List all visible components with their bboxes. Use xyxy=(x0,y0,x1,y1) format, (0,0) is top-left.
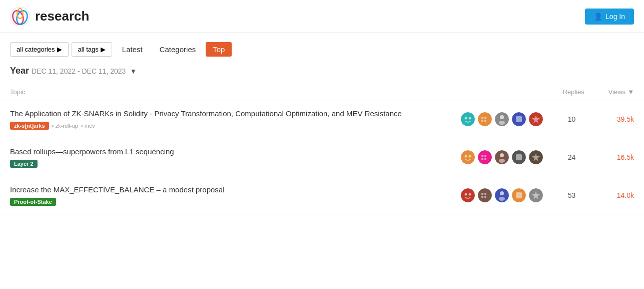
all-tags-label: all tags xyxy=(78,46,99,53)
svg-point-37 xyxy=(478,188,492,202)
avatar xyxy=(528,149,544,165)
topic-col-header: Topic xyxy=(0,84,447,100)
avatars-cell xyxy=(447,138,549,176)
svg-rect-26 xyxy=(484,158,486,160)
svg-point-20 xyxy=(465,155,467,157)
svg-point-28 xyxy=(500,153,504,157)
svg-rect-9 xyxy=(484,117,486,119)
svg-rect-41 xyxy=(484,196,486,198)
avatars-cell xyxy=(447,100,549,138)
svg-rect-46 xyxy=(516,192,522,198)
svg-point-19 xyxy=(461,150,475,164)
replies-col-header: Replies xyxy=(549,84,594,100)
table-row: Based rollups—superpowers from L1 sequen… xyxy=(0,138,644,176)
svg-rect-8 xyxy=(481,117,483,119)
topics-table: Topic Replies Views ▼ The Application of… xyxy=(0,84,644,214)
tag-badge[interactable]: Layer 2 xyxy=(10,160,38,168)
all-categories-dropdown[interactable]: all categories ▶ xyxy=(10,42,69,57)
svg-rect-11 xyxy=(484,120,486,122)
svg-rect-39 xyxy=(484,193,486,195)
avatar xyxy=(460,149,476,165)
avatar xyxy=(511,149,527,165)
svg-rect-31 xyxy=(516,154,522,160)
views-col-header[interactable]: Views ▼ xyxy=(594,84,644,100)
dropdown-arrow-icon: ▶ xyxy=(57,46,62,53)
categories-nav-link[interactable]: Categories xyxy=(153,42,203,57)
views-cell: 16.5k xyxy=(594,138,644,176)
replies-cell: 10 xyxy=(549,100,594,138)
topics-list: The Application of ZK-SNARKs in Solidity… xyxy=(0,100,644,214)
avatars-row xyxy=(452,187,544,203)
svg-rect-40 xyxy=(481,196,483,198)
avatar xyxy=(511,111,527,127)
period-label: Year DEC 11, 2022 - DEC 11, 2023 xyxy=(10,66,126,76)
svg-point-34 xyxy=(461,188,475,202)
topic-cell: The Application of ZK-SNARKs in Solidity… xyxy=(0,100,447,138)
avatar xyxy=(477,149,493,165)
avatars-cell xyxy=(447,176,549,214)
tag-plain[interactable]: zk-roll-up xyxy=(52,123,78,129)
avatar xyxy=(477,111,493,127)
avatar xyxy=(511,187,527,203)
logo-area: research xyxy=(10,7,89,27)
svg-point-44 xyxy=(499,197,505,201)
avatar xyxy=(477,187,493,203)
avatars-row xyxy=(452,149,544,165)
avatar xyxy=(528,111,544,127)
svg-point-5 xyxy=(465,117,467,119)
svg-point-4 xyxy=(461,112,475,126)
views-cell: 39.5k xyxy=(594,100,644,138)
svg-rect-24 xyxy=(484,155,486,157)
login-button[interactable]: 👤 Log In xyxy=(585,9,634,25)
svg-point-36 xyxy=(469,193,471,195)
year-row: Year DEC 11, 2022 - DEC 11, 2023 ▼ xyxy=(0,62,644,84)
latest-nav-link[interactable]: Latest xyxy=(115,42,150,57)
tag-badge[interactable]: zk-s[nt]arks xyxy=(10,122,49,130)
all-categories-label: all categories xyxy=(17,46,55,53)
tag-badge[interactable]: Proof-of-Stake xyxy=(10,198,56,206)
svg-rect-38 xyxy=(481,193,483,195)
svg-point-22 xyxy=(478,150,492,164)
topic-cell: Based rollups—superpowers from L1 sequen… xyxy=(0,138,447,176)
tag-plain[interactable]: mev xyxy=(81,123,95,129)
avatar xyxy=(494,149,510,165)
table-header: Topic Replies Views ▼ xyxy=(0,84,644,100)
tags-row: Layer 2 xyxy=(10,160,437,168)
svg-point-14 xyxy=(499,121,505,125)
svg-point-7 xyxy=(478,112,492,126)
svg-rect-10 xyxy=(481,120,483,122)
period-range: DEC 11, 2022 - DEC 11, 2023 xyxy=(32,67,126,75)
table-row: Increase the MAX_EFFECTIVE_BALANCE – a m… xyxy=(0,176,644,214)
svg-rect-25 xyxy=(481,158,483,160)
all-tags-dropdown[interactable]: all tags ▶ xyxy=(72,42,112,57)
svg-point-43 xyxy=(500,191,504,195)
replies-cell: 24 xyxy=(549,138,594,176)
replies-cell: 53 xyxy=(549,176,594,214)
nav-bar: all categories ▶ all tags ▶ Latest Categ… xyxy=(0,33,644,62)
svg-point-6 xyxy=(469,117,471,119)
topic-cell: Increase the MAX_EFFECTIVE_BALANCE – a m… xyxy=(0,176,447,214)
avatar xyxy=(460,111,476,127)
site-logo-icon[interactable] xyxy=(10,7,30,27)
avatar xyxy=(494,187,510,203)
period-dropdown-icon[interactable]: ▼ xyxy=(130,67,137,75)
top-nav-link[interactable]: Top xyxy=(206,42,232,57)
site-title: research xyxy=(35,9,89,24)
avatar xyxy=(528,187,544,203)
topic-title[interactable]: The Application of ZK-SNARKs in Solidity… xyxy=(10,108,437,119)
avatar xyxy=(494,111,510,127)
login-label: Log In xyxy=(605,13,625,21)
topic-title[interactable]: Increase the MAX_EFFECTIVE_BALANCE – a m… xyxy=(10,184,437,195)
table-row: The Application of ZK-SNARKs in Solidity… xyxy=(0,100,644,138)
user-icon: 👤 xyxy=(594,13,602,21)
tags-row: zk-s[nt]arkszk-roll-upmev xyxy=(10,122,437,130)
svg-point-35 xyxy=(465,193,467,195)
svg-point-21 xyxy=(469,155,471,157)
period-label-text: Year xyxy=(10,66,29,76)
views-cell: 14.0k xyxy=(594,176,644,214)
svg-rect-16 xyxy=(516,116,522,122)
svg-rect-23 xyxy=(481,155,483,157)
dropdown-arrow-icon-2: ▶ xyxy=(101,46,106,53)
topic-title[interactable]: Based rollups—superpowers from L1 sequen… xyxy=(10,146,437,157)
svg-point-13 xyxy=(500,115,504,119)
